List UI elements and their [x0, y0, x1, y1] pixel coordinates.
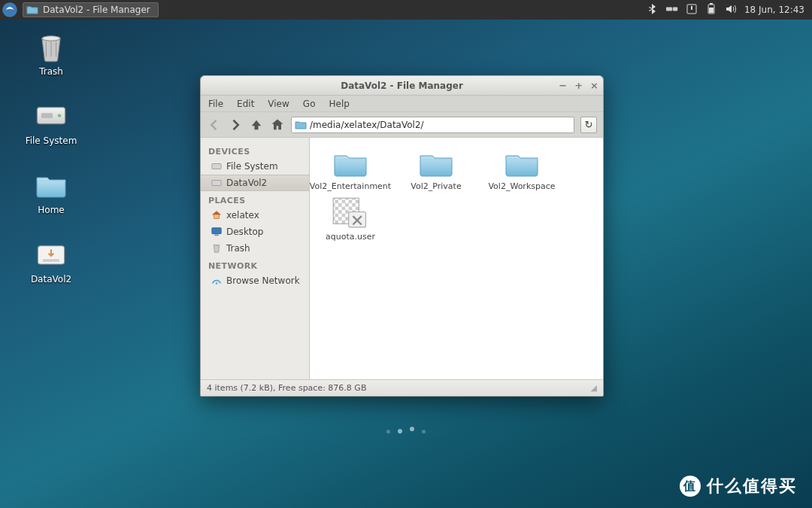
file-label: Vol2_Workspace — [488, 181, 555, 191]
network-icon — [211, 275, 222, 286]
menu-help[interactable]: Help — [329, 99, 349, 109]
sidebar-item-filesystem[interactable]: File System — [201, 158, 309, 175]
sidebar-item-home[interactable]: xelatex — [201, 207, 309, 224]
unknown-file-icon — [332, 199, 369, 229]
window-maximize-button[interactable]: + — [574, 80, 583, 91]
folder-icon — [417, 148, 455, 178]
taskbar-item-label: DataVol2 - File Manager — [43, 5, 150, 15]
nav-home-button[interactable] — [270, 117, 285, 132]
desktop-icon-trash[interactable]: Trash — [21, 30, 81, 77]
menubar: File Edit View Go Help — [201, 96, 603, 112]
menu-view[interactable]: View — [268, 99, 289, 109]
path-text: /media/xelatex/DataVol2/ — [310, 120, 424, 130]
desktop-icon-datavol2[interactable]: DataVol2 — [21, 238, 81, 284]
file-label: Vol2_Private — [411, 181, 461, 191]
trash-icon — [211, 243, 222, 254]
window-titlebar[interactable]: DataVol2 - File Manager − + × — [201, 76, 603, 96]
watermark-badge-icon: 值 — [680, 476, 701, 497]
resize-grip-icon[interactable]: ◢ — [591, 383, 597, 393]
sidebar-heading-places: PLACES — [201, 191, 309, 207]
pager-dots — [386, 429, 426, 433]
sidebar-heading-devices: DEVICES — [201, 142, 309, 158]
nav-back-button[interactable] — [207, 117, 222, 132]
desktop-icon-home[interactable]: Home — [21, 169, 81, 215]
nav-forward-button[interactable] — [228, 117, 243, 132]
battery-icon[interactable] — [705, 3, 717, 17]
svg-point-7 — [42, 36, 60, 41]
watermark-text: 什么值得买 — [707, 475, 797, 497]
bluetooth-icon[interactable] — [647, 3, 659, 17]
network-icon[interactable] — [666, 3, 678, 17]
svg-rect-12 — [43, 260, 59, 262]
svg-rect-13 — [212, 164, 221, 169]
sidebar-item-datavol2[interactable]: DataVol2 — [201, 175, 309, 191]
drive-icon — [211, 178, 222, 188]
desktop-icon-label: DataVol2 — [31, 274, 71, 284]
folder-icon — [332, 148, 369, 178]
update-icon[interactable] — [686, 3, 698, 17]
sidebar-heading-network: NETWORK — [201, 257, 309, 272]
dot-icon — [410, 427, 414, 431]
sidebar: DEVICES File System DataVol2 PLACES xela… — [201, 138, 310, 379]
trash-icon — [35, 30, 68, 63]
watermark: 值 什么值得买 — [680, 475, 797, 497]
sidebar-item-label: File System — [226, 161, 278, 172]
clock[interactable]: 18 Jun, 12:43 — [744, 5, 804, 15]
desktop-icon-label: Home — [38, 205, 64, 215]
sidebar-item-label: DataVol2 — [226, 178, 267, 188]
sidebar-item-trash[interactable]: Trash — [201, 240, 309, 257]
dot-icon — [422, 430, 426, 433]
menu-edit[interactable]: Edit — [237, 99, 254, 109]
drive-icon — [211, 161, 222, 172]
sidebar-item-desktop[interactable]: Desktop — [201, 224, 309, 240]
window-minimize-button[interactable]: − — [559, 80, 567, 91]
system-tray: 18 Jun, 12:43 — [647, 3, 812, 17]
folder-item[interactable]: Vol2_Workspace — [490, 148, 553, 191]
path-bar[interactable]: /media/xelatex/DataVol2/ — [291, 117, 574, 133]
desktop-icon-label: File System — [26, 135, 77, 146]
folder-item[interactable]: Vol2_Private — [404, 148, 468, 191]
svg-rect-15 — [212, 228, 221, 234]
toolbar: /media/xelatex/DataVol2/ ↻ — [201, 112, 603, 138]
desktop-icon-filesystem[interactable]: File System — [21, 99, 81, 146]
desktop-icon-label: Trash — [39, 66, 63, 77]
home-icon — [211, 210, 222, 221]
status-text: 4 items (7.2 kB), Free space: 876.8 GB — [207, 383, 366, 393]
sidebar-item-label: xelatex — [226, 210, 259, 221]
folder-icon — [35, 169, 68, 202]
menu-file[interactable]: File — [208, 99, 223, 109]
sidebar-item-label: Trash — [226, 243, 250, 254]
svg-rect-1 — [666, 7, 672, 11]
sidebar-item-label: Browse Network — [226, 275, 300, 286]
folder-item[interactable]: Vol2_Entertainment — [319, 148, 382, 191]
menu-go[interactable]: Go — [303, 99, 316, 109]
sidebar-item-browse-network[interactable]: Browse Network — [201, 272, 309, 289]
menu-icon[interactable] — [0, 0, 20, 20]
file-view[interactable]: Vol2_Entertainment Vol2_Private Vol2_Wor… — [310, 138, 603, 379]
top-panel: DataVol2 - File Manager 18 Jun, 12:43 — [0, 0, 812, 20]
taskbar-item-file-manager[interactable]: DataVol2 - File Manager — [23, 2, 159, 17]
svg-point-0 — [2, 2, 17, 17]
volume-icon[interactable] — [725, 3, 737, 17]
svg-rect-17 — [214, 245, 220, 246]
svg-rect-6 — [709, 8, 714, 13]
reload-button[interactable]: ↻ — [580, 117, 597, 133]
svg-point-18 — [216, 282, 218, 284]
drive-icon — [35, 99, 68, 132]
svg-rect-14 — [212, 181, 221, 186]
svg-point-9 — [58, 114, 61, 117]
folder-icon — [503, 148, 541, 178]
folder-icon — [295, 119, 307, 131]
svg-rect-2 — [673, 7, 677, 11]
svg-rect-10 — [41, 114, 53, 119]
external-drive-icon — [35, 238, 68, 271]
window-close-button[interactable]: × — [590, 80, 598, 91]
sidebar-item-label: Desktop — [226, 227, 264, 237]
desktop-icons: Trash File System Home DataVol2 — [21, 30, 81, 284]
nav-up-button[interactable] — [249, 117, 264, 132]
desktop-icon — [211, 227, 222, 237]
svg-rect-5 — [710, 3, 713, 5]
file-manager-window: DataVol2 - File Manager − + × File Edit … — [200, 75, 604, 397]
file-item[interactable]: aquota.user — [319, 199, 382, 242]
file-label: aquota.user — [326, 232, 375, 242]
